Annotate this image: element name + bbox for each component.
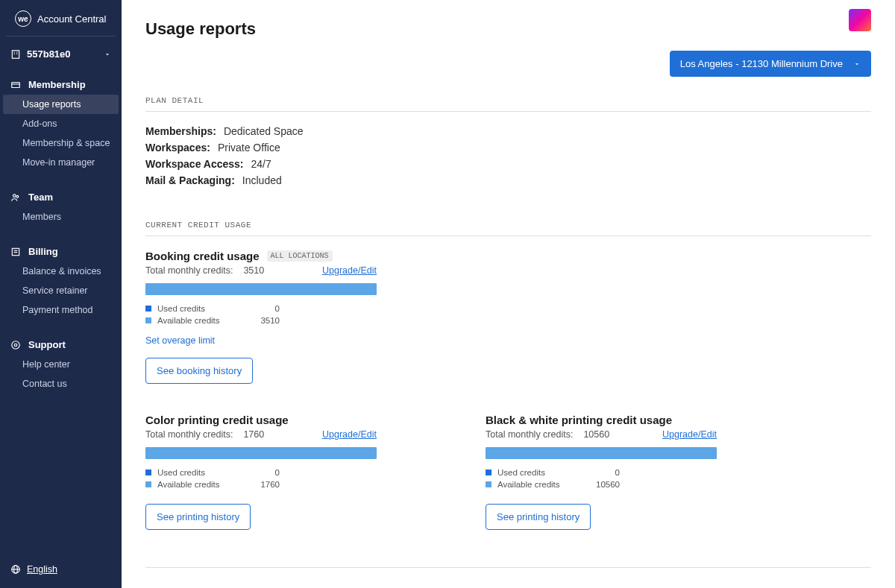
- svg-point-13: [14, 344, 17, 347]
- svg-point-8: [16, 195, 19, 197]
- detail-key: Mail & Packaging:: [145, 174, 235, 186]
- brand-title: Account Central: [37, 13, 107, 25]
- legend-used-value: 0: [275, 304, 280, 313]
- detail-value: Included: [242, 174, 282, 186]
- page-title: Usage reports: [145, 19, 256, 39]
- usage-bar-bw: [486, 447, 717, 459]
- nav-heading-support[interactable]: Support: [0, 335, 122, 355]
- sidebar-item-members[interactable]: Members: [0, 207, 122, 227]
- legend-avail-value: 1760: [260, 480, 280, 489]
- total-credits-value: 1760: [243, 429, 264, 440]
- detail-key: Workspaces:: [145, 142, 210, 154]
- nav-group-support: Support Help center Contact us: [0, 335, 122, 393]
- detail-value: 24/7: [251, 158, 271, 170]
- building-icon: [10, 49, 21, 60]
- svg-point-12: [12, 341, 20, 349]
- sidebar-item-usage-reports[interactable]: Usage reports: [3, 95, 119, 114]
- legend-avail-label: Available credits: [157, 480, 220, 489]
- credit-block-color-printing: Color printing credit usage Total monthl…: [145, 414, 377, 530]
- location-select[interactable]: Los Angeles - 12130 Millennium Drive: [670, 51, 871, 77]
- legend-avail-value: 10560: [596, 480, 620, 489]
- total-credits-label: Total monthly credits:: [145, 429, 233, 440]
- legend-used-value: 0: [275, 468, 280, 477]
- sidebar: we Account Central 557b81e0 Membership U…: [0, 0, 122, 588]
- sidebar-item-membership-space[interactable]: Membership & space: [0, 133, 122, 153]
- globe-icon: [10, 564, 21, 575]
- sidebar-item-movein-manager[interactable]: Move-in manager: [0, 153, 122, 172]
- credit-title-color: Color printing credit usage: [145, 414, 289, 426]
- legend-swatch-available: [486, 481, 492, 487]
- legend-swatch-available: [145, 317, 151, 323]
- corner-badge-icon[interactable]: [849, 9, 871, 31]
- billing-icon: [10, 247, 21, 257]
- total-credits-value: 3510: [243, 265, 264, 276]
- detail-value: Private Office: [218, 142, 280, 154]
- sidebar-item-contact-us[interactable]: Contact us: [0, 374, 122, 393]
- language-selector[interactable]: English: [10, 564, 57, 575]
- upgrade-edit-link[interactable]: Upgrade/Edit: [322, 265, 377, 276]
- legend-swatch-used: [145, 470, 151, 475]
- sidebar-item-payment-method[interactable]: Payment method: [0, 300, 122, 320]
- total-credits-label: Total monthly credits:: [486, 429, 573, 440]
- legend-used-label: Used credits: [497, 468, 545, 477]
- detail-key: Workspace Access:: [145, 158, 244, 170]
- sidebar-item-help-center[interactable]: Help center: [0, 355, 122, 374]
- credit-block-booking: Booking credit usage ALL LOCATIONS Total…: [145, 250, 377, 384]
- detail-value: Dedicated Space: [224, 125, 304, 137]
- set-overage-limit-link[interactable]: Set overage limit: [145, 335, 377, 346]
- credit-title-bw: Black & white printing credit usage: [486, 414, 672, 426]
- credit-title-booking: Booking credit usage: [145, 250, 260, 262]
- team-icon: [10, 192, 21, 203]
- usage-bar-color: [145, 447, 377, 459]
- upgrade-edit-link[interactable]: Upgrade/Edit: [322, 429, 377, 440]
- total-credits-label: Total monthly credits:: [145, 265, 233, 276]
- see-printing-history-button[interactable]: See printing history: [145, 504, 251, 530]
- legend-swatch-available: [145, 481, 151, 487]
- nav-group-team: Team Members: [0, 187, 122, 227]
- nav-heading-membership[interactable]: Membership: [0, 75, 122, 95]
- legend-avail-value: 3510: [260, 316, 280, 325]
- legend-swatch-used: [486, 470, 492, 475]
- legend-used-label: Used credits: [157, 304, 205, 313]
- brand: we Account Central: [6, 10, 116, 37]
- upgrade-edit-link[interactable]: Upgrade/Edit: [662, 429, 717, 440]
- legend-avail-label: Available credits: [497, 480, 560, 489]
- card-icon: [10, 80, 21, 90]
- main-content: Usage reports Los Angeles - 12130 Millen…: [122, 0, 895, 588]
- location-label: Los Angeles - 12130 Millennium Drive: [680, 58, 843, 69]
- divider: [145, 567, 871, 568]
- account-id: 557b81e0: [27, 48, 71, 60]
- svg-point-7: [13, 194, 16, 197]
- nav-group-billing: Billing Balance & invoices Service retai…: [0, 241, 122, 320]
- section-label-credit-usage: CURRENT CREDIT USAGE: [145, 221, 871, 236]
- sidebar-item-service-retainer[interactable]: Service retainer: [0, 281, 122, 300]
- sidebar-item-addons[interactable]: Add-ons: [0, 114, 122, 133]
- credit-block-bw-printing: Black & white printing credit usage Tota…: [486, 414, 717, 530]
- nav-heading-billing[interactable]: Billing: [0, 241, 122, 262]
- support-icon: [10, 340, 21, 350]
- legend-used-label: Used credits: [157, 468, 205, 477]
- detail-key: Memberships:: [145, 125, 216, 137]
- see-booking-history-button[interactable]: See booking history: [145, 358, 253, 384]
- legend-avail-label: Available credits: [157, 316, 220, 325]
- see-printing-history-button[interactable]: See printing history: [486, 504, 591, 530]
- svg-rect-0: [12, 50, 19, 58]
- legend-used-value: 0: [615, 468, 620, 477]
- chevron-down-icon: [104, 51, 111, 58]
- chevron-down-icon: [853, 60, 861, 68]
- brand-logo-icon: we: [15, 10, 31, 27]
- account-picker[interactable]: 557b81e0: [0, 48, 122, 75]
- section-label-plan-detail: PLAN DETAIL: [145, 96, 871, 112]
- sidebar-item-balance-invoices[interactable]: Balance & invoices: [0, 262, 122, 281]
- usage-bar-booking: [145, 283, 377, 295]
- nav-heading-team[interactable]: Team: [0, 187, 122, 207]
- total-credits-value: 10560: [583, 429, 609, 440]
- legend-swatch-used: [145, 306, 151, 312]
- svg-rect-5: [12, 82, 20, 87]
- nav-group-membership: Membership Usage reports Add-ons Members…: [0, 75, 122, 172]
- badge-all-locations: ALL LOCATIONS: [267, 250, 333, 262]
